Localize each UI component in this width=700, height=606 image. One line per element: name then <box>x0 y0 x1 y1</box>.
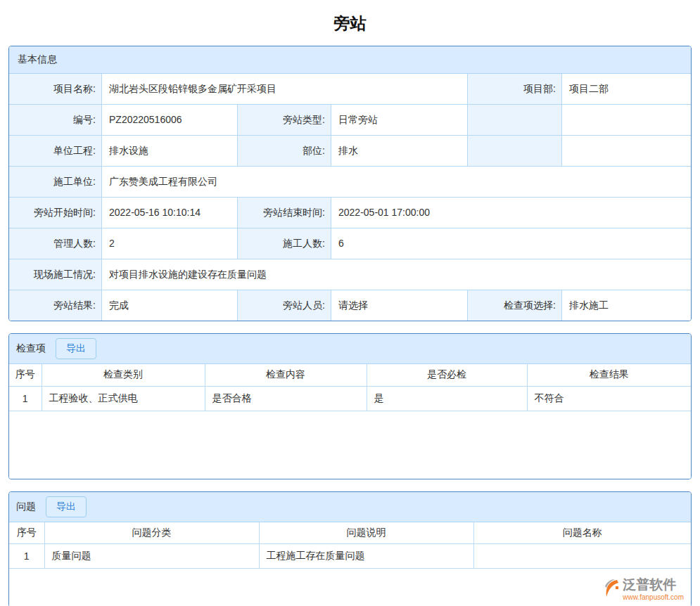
basic-info-grid: 项目名称: 湖北岩头区段铅锌银多金属矿开采项目 项目部: 项目二部 编号: PZ… <box>9 74 691 321</box>
result-value: 完成 <box>102 290 237 321</box>
check-items-header-row: 序号 检查类别 检查内容 是否必检 检查结果 <box>9 364 691 386</box>
end-time-label: 旁站结束时间: <box>238 198 331 228</box>
manager-count-value: 2 <box>102 228 237 259</box>
personnel-label: 旁站人员: <box>238 290 331 321</box>
cell-problem-name <box>473 544 691 569</box>
unit-project-value: 排水设施 <box>102 136 237 166</box>
problems-row: 1 质量问题 工程施工存在质量问题 <box>9 544 691 569</box>
empty-label-cell <box>468 105 561 135</box>
empty-label-cell <box>468 136 561 166</box>
problems-section-title: 问题 <box>16 501 36 513</box>
manager-count-label: 管理人数: <box>9 228 101 259</box>
col-header-check-content: 检查内容 <box>205 364 367 386</box>
worker-count-label: 施工人数: <box>238 228 331 259</box>
check-items-export-button[interactable]: 导出 <box>56 338 96 359</box>
project-dept-label: 项目部: <box>468 74 561 104</box>
empty-value-cell <box>562 105 691 135</box>
empty-value-cell <box>562 136 691 166</box>
check-items-empty-space <box>9 411 691 479</box>
page: 旁站 基本信息 项目名称: 湖北岩头区段铅锌银多金属矿开采项目 项目部: 项目二… <box>0 0 700 606</box>
problems-panel: 问题 导出 序号 问题分类 问题说明 问题名称 1 质量问题 工程施工存在质量问… <box>8 491 692 606</box>
basic-info-panel: 基本信息 项目名称: 湖北岩头区段铅锌银多金属矿开采项目 项目部: 项目二部 编… <box>8 46 692 321</box>
check-items-panel: 检查项 导出 序号 检查类别 检查内容 是否必检 检查结果 1 工程验收、正式供… <box>8 333 692 479</box>
vendor-logo: 泛普软件 www.fanpusoft.com <box>602 578 684 603</box>
end-time-value: 2022-05-01 17:00:00 <box>331 198 691 228</box>
start-time-label: 旁站开始时间: <box>9 198 101 228</box>
project-name-value: 湖北岩头区段铅锌银多金属矿开采项目 <box>102 74 467 104</box>
col-header-problem-description: 问题说明 <box>259 522 473 544</box>
fanpu-logo-icon <box>602 578 620 603</box>
start-time-value: 2022-05-16 10:10:14 <box>102 198 237 228</box>
cell-check-content: 是否合格 <box>205 386 367 411</box>
number-value: PZ20220516006 <box>102 105 237 135</box>
vendor-logo-url: www.fanpusoft.com <box>623 593 684 601</box>
check-items-row: 1 工程验收、正式供电 是否合格 是 不符合 <box>9 386 691 411</box>
basic-info-section-title: 基本信息 <box>9 46 691 74</box>
cell-required: 是 <box>367 386 527 411</box>
type-label: 旁站类型: <box>238 105 331 135</box>
project-name-label: 项目名称: <box>9 74 101 104</box>
check-items-toolbar: 检查项 导出 <box>9 334 691 364</box>
check-select-label: 检查项选择: <box>468 290 561 321</box>
col-header-seq: 序号 <box>9 522 44 544</box>
type-value: 日常旁站 <box>331 105 467 135</box>
part-label: 部位: <box>238 136 331 166</box>
site-condition-value: 对项目排水设施的建设存在质量问题 <box>102 259 691 290</box>
col-header-check-category: 检查类别 <box>42 364 205 386</box>
result-label: 旁站结果: <box>9 290 101 321</box>
cell-problem-category: 质量问题 <box>44 544 259 569</box>
check-items-section-title: 检查项 <box>16 342 46 355</box>
cell-problem-description: 工程施工存在质量问题 <box>259 544 473 569</box>
col-header-required: 是否必检 <box>367 364 527 386</box>
check-items-table: 序号 检查类别 检查内容 是否必检 检查结果 1 工程验收、正式供电 是否合格 … <box>9 364 691 411</box>
col-header-seq: 序号 <box>9 364 42 386</box>
check-select-value: 排水施工 <box>562 290 691 321</box>
problems-export-button[interactable]: 导出 <box>46 496 87 517</box>
col-header-check-result: 检查结果 <box>527 364 691 386</box>
page-title: 旁站 <box>0 0 700 46</box>
number-label: 编号: <box>9 105 101 135</box>
site-condition-label: 现场施工情况: <box>9 259 101 290</box>
footer-logo-area: 泛普软件 www.fanpusoft.com <box>9 569 691 606</box>
construction-unit-label: 施工单位: <box>9 167 101 197</box>
cell-seq: 1 <box>9 544 44 569</box>
col-header-problem-name: 问题名称 <box>473 522 691 544</box>
worker-count-value: 6 <box>331 228 691 259</box>
problems-table: 序号 问题分类 问题说明 问题名称 1 质量问题 工程施工存在质量问题 <box>9 522 691 569</box>
part-value: 排水 <box>331 136 467 166</box>
problems-toolbar: 问题 导出 <box>9 492 691 522</box>
cell-check-result: 不符合 <box>527 386 691 411</box>
construction-unit-value: 广东赞美成工程有限公司 <box>102 167 691 197</box>
personnel-select[interactable]: 请选择 <box>331 290 467 321</box>
unit-project-label: 单位工程: <box>9 136 101 166</box>
cell-seq: 1 <box>9 386 42 411</box>
col-header-problem-category: 问题分类 <box>44 522 259 544</box>
vendor-logo-text: 泛普软件 <box>623 578 684 593</box>
problems-header-row: 序号 问题分类 问题说明 问题名称 <box>9 522 691 544</box>
cell-check-category: 工程验收、正式供电 <box>42 386 205 411</box>
project-dept-value: 项目二部 <box>562 74 691 104</box>
